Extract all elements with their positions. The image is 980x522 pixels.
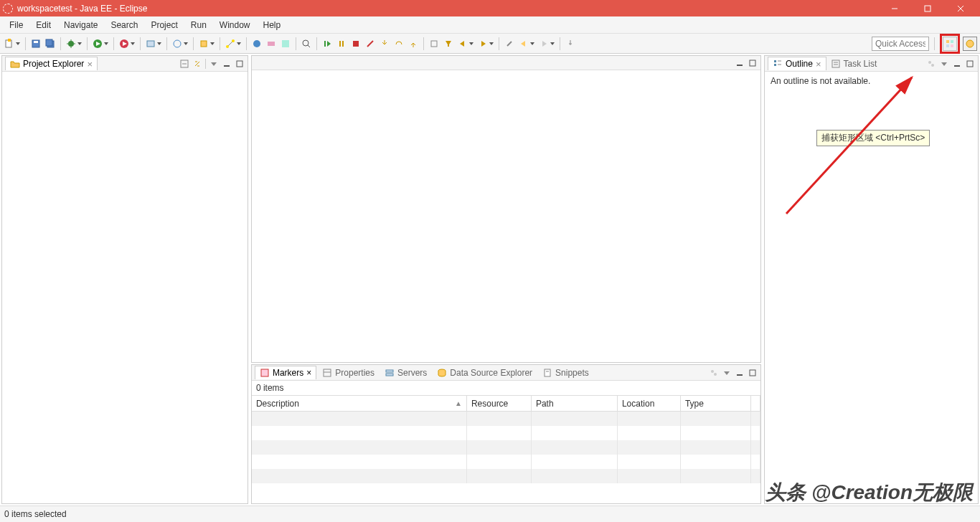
maximize-view-icon[interactable] — [748, 368, 758, 378]
maximize-view-icon[interactable] — [965, 59, 975, 69]
project-explorer-tabbar: Project Explorer × — [2, 56, 248, 72]
table-row[interactable] — [252, 412, 760, 426]
use-step-filters-icon[interactable] — [442, 37, 455, 50]
menu-edit[interactable]: Edit — [29, 18, 57, 32]
last-edit-icon[interactable] — [503, 37, 516, 50]
debug-icon[interactable] — [65, 37, 77, 50]
jpa-icon[interactable] — [265, 37, 278, 50]
table-row[interactable] — [252, 440, 760, 455]
svg-rect-26 — [282, 40, 289, 47]
tab-servers[interactable]: Servers — [380, 366, 431, 379]
menu-window[interactable]: Window — [213, 18, 257, 32]
svg-point-72 — [931, 64, 934, 67]
disconnect-icon[interactable] — [364, 37, 377, 50]
focus-icon[interactable] — [926, 59, 936, 69]
close-button[interactable] — [944, 0, 977, 16]
tab-properties[interactable]: Properties — [318, 366, 379, 379]
menu-navigate[interactable]: Navigate — [57, 18, 104, 32]
maximize-editor-icon[interactable] — [748, 58, 758, 68]
prev-annotation-icon[interactable] — [456, 37, 469, 50]
back-icon[interactable] — [517, 37, 530, 50]
search-icon[interactable] — [300, 37, 313, 50]
view-menu-icon[interactable] — [939, 59, 949, 69]
svg-rect-5 — [8, 39, 11, 42]
tasklist-icon — [831, 59, 841, 69]
svg-rect-64 — [774, 60, 776, 62]
tab-data-source-explorer[interactable]: Data Source Explorer — [433, 366, 537, 379]
tab-markers[interactable]: Markers × — [255, 366, 316, 379]
run-last-icon[interactable] — [118, 37, 131, 50]
svg-marker-30 — [327, 41, 331, 47]
new-web-icon[interactable] — [171, 37, 184, 50]
table-header: Description▲ Resource Path Location Type — [252, 396, 760, 412]
tab-snippets[interactable]: Snippets — [538, 366, 593, 379]
col-description[interactable]: Description▲ — [252, 396, 467, 411]
open-perspective-button[interactable] — [943, 37, 957, 51]
close-icon[interactable]: × — [816, 60, 821, 69]
project-explorer-tab[interactable]: Project Explorer × — [5, 57, 98, 70]
close-icon[interactable]: × — [87, 60, 93, 69]
menu-search[interactable]: Search — [104, 18, 144, 32]
forward-icon[interactable] — [537, 37, 550, 50]
new-ejb-icon[interactable] — [197, 37, 210, 50]
svg-rect-57 — [545, 369, 550, 376]
table-row[interactable] — [252, 469, 760, 483]
project-explorer-label: Project Explorer — [23, 59, 84, 69]
items-count: 0 items — [252, 381, 760, 395]
new-connector-icon[interactable] — [224, 37, 237, 50]
project-explorer-body[interactable] — [2, 72, 248, 503]
minimize-view-icon[interactable] — [952, 59, 962, 69]
close-icon[interactable]: × — [306, 368, 311, 378]
save-icon[interactable] — [29, 37, 42, 50]
terminate-icon[interactable] — [349, 37, 362, 50]
tooltip: 捕获矩形区域 <Ctrl+PrtSc> — [816, 130, 930, 146]
filters-icon[interactable] — [709, 368, 719, 378]
menu-project[interactable]: Project — [144, 18, 184, 32]
editor-area[interactable] — [251, 55, 761, 363]
open-web-browser-icon[interactable] — [250, 37, 263, 50]
svg-point-71 — [928, 61, 931, 64]
minimize-button[interactable] — [878, 0, 911, 16]
svg-rect-1 — [925, 6, 930, 11]
table-body[interactable] — [252, 412, 760, 483]
resume-icon[interactable] — [321, 37, 334, 50]
table-row[interactable] — [252, 426, 760, 440]
col-resource[interactable]: Resource — [467, 396, 532, 411]
view-menu-icon[interactable] — [209, 59, 219, 69]
maximize-button[interactable] — [911, 0, 944, 16]
run-icon[interactable] — [91, 37, 104, 50]
svg-rect-41 — [946, 44, 949, 47]
col-location[interactable]: Location — [618, 396, 681, 411]
outline-tabbar: Outline × Task List — [765, 56, 978, 72]
link-editor-icon[interactable] — [192, 59, 202, 69]
bottom-tabs: Markers × Properties Servers Data Source… — [252, 365, 760, 381]
new-icon[interactable] — [3, 37, 16, 50]
minimize-view-icon[interactable] — [735, 368, 745, 378]
menu-help[interactable]: Help — [257, 18, 288, 32]
svg-rect-25 — [268, 42, 275, 46]
view-menu-icon[interactable] — [722, 368, 732, 378]
menu-run[interactable]: Run — [184, 18, 213, 32]
javaee-perspective-button[interactable] — [963, 37, 977, 51]
pin-icon[interactable] — [564, 37, 577, 50]
maximize-view-icon[interactable] — [235, 59, 245, 69]
col-path[interactable]: Path — [532, 396, 618, 411]
task-list-tab[interactable]: Task List — [826, 57, 882, 70]
col-type[interactable]: Type — [681, 396, 751, 411]
minimize-editor-icon[interactable] — [735, 58, 745, 68]
table-row[interactable] — [252, 455, 760, 469]
save-all-icon[interactable] — [44, 37, 57, 50]
jsp-icon[interactable] — [279, 37, 292, 50]
step-return-icon[interactable] — [407, 37, 420, 50]
minimize-view-icon[interactable] — [222, 59, 232, 69]
next-annotation-icon[interactable] — [476, 37, 489, 50]
collapse-all-icon[interactable] — [179, 59, 189, 69]
suspend-icon[interactable] — [335, 37, 348, 50]
drop-frame-icon[interactable] — [428, 37, 440, 50]
new-server-icon[interactable] — [144, 37, 157, 50]
outline-tab[interactable]: Outline × — [768, 57, 826, 70]
quick-access-input[interactable] — [872, 37, 929, 51]
step-over-icon[interactable] — [392, 37, 405, 50]
menu-file[interactable]: File — [3, 18, 29, 32]
step-into-icon[interactable] — [378, 37, 391, 50]
